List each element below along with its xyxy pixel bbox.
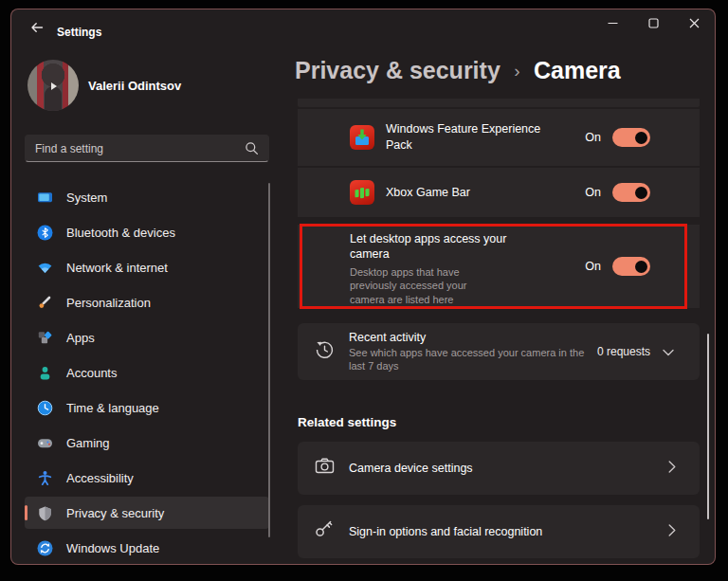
apps-icon [37, 330, 53, 346]
sidebar-nav: System Bluetooth & devices Network & int… [25, 181, 269, 565]
wifi-icon [37, 260, 53, 276]
content-scrollbar[interactable] [707, 334, 709, 519]
desktop-background: Settings Valerii Odintsov [0, 0, 728, 581]
breadcrumb-parent[interactable]: Privacy & security [295, 57, 500, 83]
chevron-right-icon [668, 460, 676, 477]
minimize-button[interactable] [592, 9, 633, 39]
toggle-knob [635, 132, 647, 144]
card-description: See which apps have accessed your camera… [349, 346, 599, 373]
breadcrumb: Privacy & security › Camera [295, 57, 621, 84]
shield-icon [37, 505, 53, 521]
sidebar-item-network-internet[interactable]: Network & internet [25, 251, 269, 283]
sidebar-item-label: Gaming [66, 436, 110, 450]
link-label: Camera device settings [349, 462, 473, 475]
sidebar-item-system[interactable]: System [25, 181, 269, 213]
row-title: Xbox Game Bar [386, 185, 549, 201]
card-camera-device-settings[interactable]: Camera device settings [298, 442, 700, 495]
row-desktop-apps-camera-access: Let desktop apps access your camera Desk… [298, 225, 700, 308]
sidebar-item-personalization[interactable]: Personalization [25, 286, 269, 318]
person-icon [37, 365, 53, 381]
recent-activity-count: 0 requests [597, 345, 650, 358]
related-settings-heading: Related settings [298, 415, 396, 429]
sidebar-item-label: Personalization [66, 296, 151, 310]
close-button[interactable] [674, 9, 715, 39]
window-title: Settings [57, 26, 101, 39]
toggle-desktop-apps-camera-access[interactable] [612, 257, 650, 276]
sidebar-item-accessibility[interactable]: Accessibility [25, 462, 269, 494]
bluetooth-icon [37, 225, 53, 241]
row-title: Let desktop apps access your camera [350, 231, 509, 263]
search-input[interactable] [35, 136, 239, 161]
card-sign-in-options[interactable]: Sign-in options and facial recognition [298, 505, 700, 558]
chevron-down-icon[interactable] [663, 343, 674, 360]
sidebar-item-label: Apps [66, 331, 95, 345]
toggle-windows-feature-experience-pack[interactable] [612, 128, 650, 147]
toggle-state-label: On [585, 131, 601, 144]
sidebar-item-label: Time & language [66, 401, 159, 415]
row-title: Windows Feature Experience Pack [386, 121, 549, 154]
card-title: Recent activity [349, 331, 599, 344]
breadcrumb-separator-icon: › [514, 61, 519, 81]
sidebar-item-accounts[interactable]: Accounts [25, 356, 269, 389]
maximize-icon [648, 17, 659, 31]
avatar [27, 60, 79, 111]
xbox-game-bar-icon [350, 180, 374, 205]
link-label: Sign-in options and facial recognition [349, 525, 542, 538]
partial-row [298, 99, 700, 107]
search-box [25, 135, 269, 162]
card-recent-activity[interactable]: Recent activity See which apps have acce… [298, 323, 700, 380]
key-icon [314, 519, 336, 545]
sidebar-scrollbar[interactable] [268, 183, 270, 537]
close-icon [689, 17, 700, 31]
clock-icon [37, 400, 53, 416]
sidebar-item-label: Bluetooth & devices [66, 226, 175, 240]
sidebar-item-label: Windows Update [66, 541, 159, 555]
sidebar-item-apps[interactable]: Apps [25, 321, 269, 354]
system-icon [37, 190, 53, 206]
camera-icon [314, 456, 336, 481]
toggle-state-label: On [585, 186, 601, 199]
search-icon[interactable] [245, 141, 260, 160]
chevron-right-icon [668, 523, 676, 540]
user-name: Valerii Odintsov [88, 79, 181, 93]
sidebar-item-label: Privacy & security [66, 506, 164, 520]
row-description: Desktop apps that have previously access… [350, 265, 503, 307]
gamepad-icon [37, 435, 53, 451]
update-icon [37, 540, 53, 556]
toggle-state-label: On [585, 260, 601, 273]
sidebar-item-bluetooth-devices[interactable]: Bluetooth & devices [25, 216, 269, 248]
back-button[interactable] [23, 17, 51, 40]
toggle-xbox-game-bar[interactable] [612, 183, 650, 202]
settings-window: Settings Valerii Odintsov [10, 9, 716, 565]
app-row-xbox-game-bar: Xbox Game Bar On [298, 168, 700, 217]
accessibility-icon [37, 470, 53, 486]
windows-feature-experience-pack-icon [350, 125, 374, 150]
app-row-windows-feature-experience-pack: Windows Feature Experience Pack On [298, 109, 700, 166]
page-title: Camera [534, 57, 621, 83]
back-arrow-icon [29, 20, 45, 38]
sidebar-item-label: System [66, 191, 107, 205]
sidebar-item-time-language[interactable]: Time & language [25, 391, 269, 424]
history-icon [314, 339, 336, 365]
toggle-knob [635, 261, 647, 273]
sidebar-item-windows-update[interactable]: Windows Update [25, 532, 269, 564]
title-bar: Settings [11, 9, 715, 47]
sidebar-item-label: Network & internet [66, 261, 168, 275]
minimize-icon [608, 17, 618, 31]
sidebar-item-label: Accounts [66, 366, 117, 380]
sidebar-item-privacy-security[interactable]: Privacy & security [25, 497, 269, 529]
sidebar-item-gaming[interactable]: Gaming [25, 427, 269, 459]
toggle-knob [635, 187, 647, 199]
sidebar-item-label: Accessibility [66, 471, 134, 485]
maximize-button[interactable] [633, 9, 674, 39]
selection-accent-bar [25, 505, 27, 520]
paintbrush-icon [37, 295, 53, 311]
